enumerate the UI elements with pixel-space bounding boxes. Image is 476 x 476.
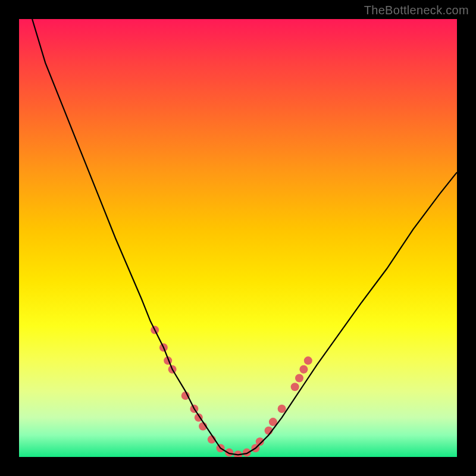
data-marker xyxy=(299,365,308,374)
chart-frame: TheBottleneck.com xyxy=(0,0,476,476)
watermark-label: TheBottleneck.com xyxy=(364,4,469,17)
data-marker xyxy=(295,374,303,383)
chart-overlay xyxy=(19,19,457,457)
bottleneck-curve xyxy=(32,19,457,455)
data-markers xyxy=(151,326,312,457)
data-marker xyxy=(225,449,233,457)
data-marker xyxy=(243,449,251,457)
data-marker xyxy=(291,383,299,391)
data-marker xyxy=(278,405,286,413)
data-marker xyxy=(304,356,312,365)
